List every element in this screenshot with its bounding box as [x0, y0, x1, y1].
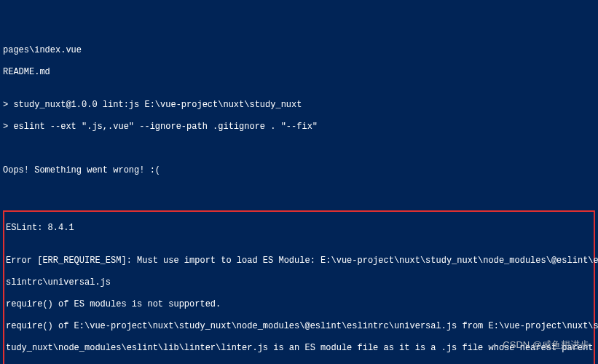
error-message-line: require() of E:\vue-project\nuxt\study_n…	[6, 321, 592, 332]
npm-command-line: > eslint --ext ".js,.vue" --ignore-path …	[3, 122, 595, 132]
file-path-line: README.md	[3, 67, 595, 78]
error-message-line: Error [ERR_REQUIRE_ESM]: Must use import…	[6, 256, 592, 266]
error-message-line: slintrc\universal.js	[6, 277, 592, 288]
eslint-version-line: ESLint: 8.4.1	[6, 223, 592, 234]
watermark-text: CSDN @咸鱼想进步	[503, 339, 589, 351]
file-path-line: pages\index.vue	[3, 45, 595, 56]
error-message-line: require() of ES modules is not supported…	[6, 299, 592, 310]
oops-line: Oops! Something went wrong! :(	[3, 165, 595, 176]
npm-script-line: > study_nuxt@1.0.0 lint:js E:\vue-projec…	[3, 100, 595, 111]
